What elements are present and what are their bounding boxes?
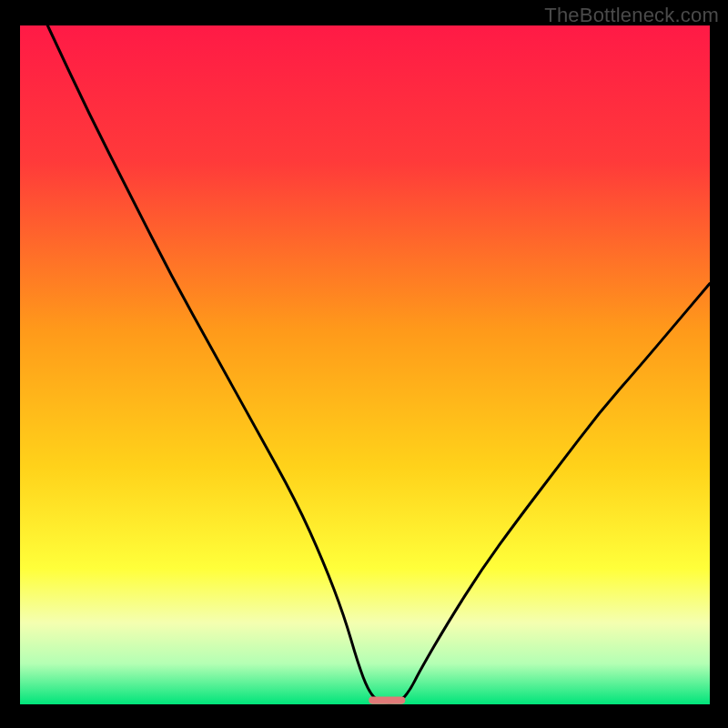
plot-background	[20, 25, 710, 704]
chart-frame: TheBottleneck.com	[0, 0, 728, 728]
bottleneck-chart	[0, 0, 728, 728]
optimum-marker	[369, 696, 405, 703]
